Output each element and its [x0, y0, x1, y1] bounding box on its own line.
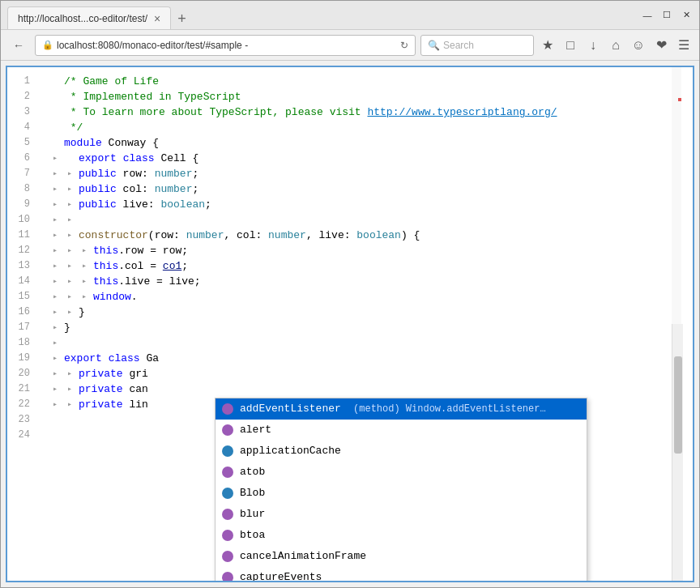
fold-arrow-2: ▸	[67, 274, 75, 289]
code-token: row:	[117, 166, 155, 181]
code-token: class	[109, 351, 140, 366]
code-token: co1	[163, 258, 181, 274]
autocomplete-dropdown[interactable]: addEventListener (method) Window.addEven…	[215, 398, 587, 581]
ac-item-name: alert	[240, 421, 271, 439]
autocomplete-item[interactable]: captureEvents	[216, 567, 587, 581]
new-tab-button[interactable]: +	[171, 8, 193, 29]
autocomplete-item[interactable]: applicationCache	[216, 441, 587, 462]
line-number: 2	[17, 89, 30, 104]
home-icon[interactable]: ⌂	[607, 38, 625, 53]
editor-content[interactable]: 1 2 3 4 5 6 7 8 9 10 11 12 13 14 15 16 1…	[7, 67, 693, 581]
search-icon: 🔍	[428, 40, 440, 51]
code-line: ▸ ▸ public row: number;	[49, 166, 672, 181]
profile-icon[interactable]: ☺	[630, 38, 647, 53]
code-token: .row = row;	[118, 243, 188, 258]
code-token: this	[93, 274, 118, 289]
line-number: 7	[17, 166, 30, 181]
browser-tab[interactable]: http://localhost...co-editor/test/ ×	[7, 6, 171, 29]
fold-arrow: ▸	[53, 366, 61, 381]
tab-bar: http://localhost...co-editor/test/ × +	[7, 1, 641, 29]
code-token: number	[155, 166, 193, 181]
code-line: ▸ export class Ga	[49, 351, 672, 366]
line-number: 3	[17, 104, 30, 120]
autocomplete-item[interactable]: Blob	[216, 483, 587, 504]
code-token: public	[79, 197, 117, 212]
fold-arrow: ▸	[53, 166, 61, 181]
code-token: , live:	[306, 228, 356, 243]
fold-arrow: ▸	[53, 197, 61, 212]
lock-icon: 🔒	[42, 40, 53, 50]
ac-item-icon	[222, 424, 233, 436]
code-token: gri	[123, 366, 148, 381]
code-token: /* Game of Life	[64, 74, 159, 89]
autocomplete-item[interactable]: cancelAnimationFrame	[216, 546, 587, 567]
nav-icons: ★ □ ↓ ⌂ ☺ ❤ ☰	[539, 37, 693, 53]
autocomplete-item[interactable]: atob	[216, 462, 587, 483]
ac-item-icon	[222, 572, 233, 581]
code-token: col:	[117, 181, 155, 197]
code-token: constructor	[79, 228, 148, 243]
address-text: localhost:8080/monaco-editor/test/#sampl…	[57, 40, 397, 51]
address-bar[interactable]: 🔒 localhost:8080/monaco-editor/test/#sam…	[35, 35, 416, 56]
code-token: window	[93, 289, 131, 305]
autocomplete-item-selected[interactable]: addEventListener (method) Window.addEven…	[216, 398, 587, 420]
ac-item-name: btoa	[240, 526, 265, 544]
search-placeholder: Search	[443, 40, 474, 51]
fold-arrow-2: ▸	[67, 258, 75, 274]
code-line: module Conway {	[49, 135, 672, 151]
minimize-button[interactable]: —	[641, 11, 654, 20]
code-line: ▸ ▸ ▸ this.live = live;	[49, 274, 672, 289]
bookmark-icon[interactable]: ★	[539, 37, 557, 53]
autocomplete-item[interactable]: btoa	[216, 525, 587, 546]
search-bar[interactable]: 🔍 Search	[420, 35, 534, 56]
autocomplete-item[interactable]: blur	[216, 504, 587, 525]
nav-bar: ← 🔒 localhost:8080/monaco-editor/test/#s…	[1, 30, 699, 61]
line-number: 18	[17, 335, 30, 351]
code-line: ▸ ▸ ▸ this.row = row;	[49, 243, 672, 258]
code-line: ▸ export class Cell {	[49, 151, 672, 166]
maximize-button[interactable]: ☐	[660, 10, 673, 20]
code-token: module	[64, 135, 102, 151]
code-token: this	[93, 258, 118, 274]
code-area[interactable]: /* Game of Life * Implemented in TypeScr…	[36, 67, 672, 581]
ac-item-icon	[222, 488, 233, 499]
code-token: number	[155, 181, 193, 197]
reading-view-icon[interactable]: □	[561, 38, 579, 53]
scrollbar[interactable]	[672, 324, 683, 581]
code-token: private	[79, 397, 123, 412]
line-number: 13	[17, 258, 30, 274]
code-token: public	[79, 166, 117, 181]
line-number: 23	[17, 412, 30, 428]
ac-item-icon	[222, 551, 233, 562]
tab-close-button[interactable]: ×	[154, 13, 160, 24]
line-number: 21	[17, 381, 30, 397]
back-button[interactable]: ←	[7, 34, 30, 57]
fold-arrow: ▸	[53, 181, 61, 197]
line-number: 20	[17, 366, 30, 381]
fold-arrow-2: ▸	[67, 197, 75, 212]
code-line: * To learn more about TypeScript, please…	[49, 104, 672, 120]
code-token: boolean	[160, 197, 205, 212]
fold-arrow: ▸	[53, 274, 61, 289]
line-number: 9	[17, 197, 30, 212]
code-token	[102, 351, 109, 366]
code-line: ▸ ▸ ▸ window.	[49, 289, 672, 305]
fold-arrow-2: ▸	[67, 289, 75, 305]
favorites-icon[interactable]: ❤	[652, 37, 670, 53]
line-number: 24	[17, 428, 30, 443]
typescript-link[interactable]: http://www.typescriptlang.org/	[367, 104, 557, 120]
close-button[interactable]: ✕	[680, 10, 693, 20]
line-number: 4	[17, 120, 30, 135]
code-line: ▸ ▸ constructor(row: number, col: number…	[49, 228, 672, 243]
fold-arrow-2: ▸	[67, 212, 75, 228]
menu-icon[interactable]: ☰	[675, 37, 693, 53]
reload-icon[interactable]: ↻	[400, 40, 408, 51]
minimap-error-marker	[678, 98, 681, 101]
ac-item-icon	[222, 509, 233, 520]
code-token: Cell {	[155, 151, 199, 166]
ac-item-icon	[222, 530, 233, 541]
scrollbar-thumb[interactable]	[674, 356, 682, 454]
autocomplete-item[interactable]: alert	[216, 420, 587, 441]
download-icon[interactable]: ↓	[584, 38, 602, 53]
code-line: ▸ ▸ public live: boolean;	[49, 197, 672, 212]
